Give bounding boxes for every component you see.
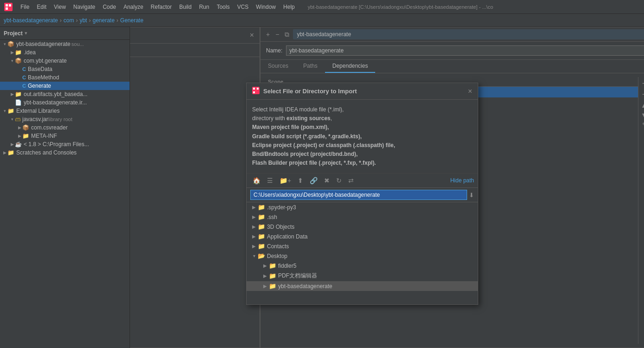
fd-description: Select Intellij IDEA module file (*.iml)… — [247, 100, 478, 174]
fd-refresh-button[interactable]: ↻ — [334, 175, 344, 186]
breadcrumb-com[interactable]: com — [64, 17, 74, 24]
fd-item-3d-objects[interactable]: ▶ 📁 3D Objects — [247, 222, 478, 232]
module-toolbar: + − ⧉ ybt-basedatagenerate — [260, 27, 644, 42]
svg-rect-1 — [6, 4, 8, 6]
tree-item-package[interactable]: ▾ 📦 com.ybt.generate — [0, 57, 130, 65]
tree-item-jdk[interactable]: ▶ ☕ < 1.8 > C:\Program Files... — [0, 140, 130, 148]
app-logo — [4, 2, 13, 12]
svg-rect-11 — [257, 88, 259, 90]
menu-analyze[interactable]: Analyze — [120, 2, 147, 12]
ps-nav: ← → — [130, 44, 260, 57]
menu-navigate[interactable]: Navigate — [70, 2, 99, 12]
ps-title: Project Structure — [130, 32, 250, 39]
svg-rect-10 — [253, 88, 255, 90]
fd-new-folder-button[interactable]: 📁+ — [277, 175, 293, 186]
menu-view[interactable]: View — [50, 2, 70, 12]
dep-down-button[interactable]: ▼ — [640, 111, 644, 121]
fd-share-button[interactable]: ⇄ — [346, 175, 356, 186]
breadcrumb-ybt[interactable]: ybt — [79, 17, 87, 24]
menu-tools[interactable]: Tools — [213, 2, 234, 12]
fd-close-button[interactable]: × — [468, 87, 472, 96]
tree-item-javacsv[interactable]: ▾ 🗃 javacsv.jar library root — [0, 115, 130, 123]
module-remove-button[interactable]: − — [273, 30, 281, 39]
menu-build[interactable]: Build — [176, 2, 195, 12]
fd-item-desktop[interactable]: ▾ 📂 Desktop — [247, 251, 478, 261]
fd-path-download-button[interactable]: ⬇ — [469, 192, 474, 199]
svg-rect-12 — [253, 91, 255, 93]
svg-rect-3 — [6, 7, 8, 10]
fd-item-ybt-basedatagenerate[interactable]: ▶ 📁 ybt-basedatagenerate — [247, 281, 478, 291]
content-area: C Generate.java × Project Structure — [130, 27, 644, 348]
breadcrumb-generate[interactable]: generate — [92, 17, 114, 24]
tree-item-root[interactable]: ▾ 📦 ybt-basedatagenerate sou... — [0, 40, 130, 48]
fd-delete-button[interactable]: ✖ — [322, 175, 332, 186]
dep-edit-button[interactable]: ✎ — [640, 122, 644, 128]
module-name-label: Name: — [266, 47, 282, 54]
menu-window[interactable]: Window — [252, 2, 280, 12]
menu-file[interactable]: File — [17, 2, 33, 12]
tree-item-idea[interactable]: ▶ 📁 .idea — [0, 48, 130, 57]
fd-logo-icon — [252, 87, 260, 96]
project-sidebar: Project ▾ ▾ 📦 ybt-basedatagenerate sou..… — [0, 27, 130, 348]
tree-item-generate[interactable]: C Generate — [0, 82, 130, 90]
fd-toolbar: 🏠 ☰ 📁+ ⬆ 🔗 ✖ ↻ ⇄ Hide path — [247, 174, 478, 188]
breadcrumb-project[interactable]: ybt-basedatagenerate — [4, 17, 58, 24]
menu-help[interactable]: Help — [280, 2, 299, 12]
tree-item-csvreader[interactable]: ▶ 📦 com.csvreader — [0, 123, 130, 132]
module-tabs: Sources Paths Dependencies — [260, 60, 644, 73]
window-title: ybt-basedatagenerate [C:\Users\xiadongxu… — [308, 4, 493, 10]
sidebar-header: Project ▾ — [0, 27, 130, 40]
menu-vcs[interactable]: VCS — [234, 2, 253, 12]
menubar: File Edit View Navigate Code Analyze Ref… — [0, 0, 644, 14]
tab-sources[interactable]: Sources — [260, 60, 296, 73]
fd-item-spyder[interactable]: ▶ 📁 .spyder-py3 — [247, 202, 478, 212]
fd-list-button[interactable]: ☰ — [265, 175, 275, 186]
module-copy-button[interactable]: ⧉ — [283, 30, 291, 39]
fd-item-contacts[interactable]: ▶ 📁 Contacts — [247, 241, 478, 251]
tree-item-metainf[interactable]: ▶ 📁 META-INF — [0, 132, 130, 140]
ps-header: Project Structure × — [130, 27, 260, 44]
fd-folder-up-button[interactable]: ⬆ — [295, 175, 306, 186]
fd-item-pdf-editor[interactable]: ▶ 📁 PDF文档编辑器 — [247, 271, 478, 281]
ps-close-button[interactable]: × — [250, 31, 254, 39]
file-selector-dialog: Select File or Directory to Import × Sel… — [246, 83, 478, 305]
menu-refactor[interactable]: Refactor — [147, 2, 176, 12]
project-structure-panel: Project Structure × ← → Project Settings… — [130, 27, 260, 348]
menu-code[interactable]: Code — [99, 2, 120, 12]
svg-rect-2 — [9, 4, 11, 6]
dep-remove-button[interactable]: − — [640, 90, 644, 99]
svg-rect-4 — [9, 7, 11, 10]
svg-rect-0 — [4, 3, 13, 11]
fd-item-application-data[interactable]: ▶ 📁 Application Data — [247, 232, 478, 241]
tab-paths[interactable]: Paths — [296, 60, 325, 73]
sidebar-title: Project — [4, 30, 23, 37]
menu-run[interactable]: Run — [195, 2, 213, 12]
breadcrumb: ybt-basedatagenerate › com › ybt › gener… — [0, 14, 644, 27]
breadcrumb-class[interactable]: Generate — [120, 17, 143, 24]
hide-path-button[interactable]: Hide path — [450, 177, 474, 184]
tree-item-artifacts[interactable]: ▶ 📁 out.artifacts.ybt_baseda... — [0, 90, 130, 98]
main-layout: Project ▾ ▾ 📦 ybt-basedatagenerate sou..… — [0, 27, 644, 348]
fd-item-ssh[interactable]: ▶ 📁 .ssh — [247, 212, 478, 222]
fd-item-fiddler5[interactable]: ▶ 📁 fiddler5 — [247, 261, 478, 271]
tab-dependencies[interactable]: Dependencies — [325, 60, 376, 73]
tree-item-external[interactable]: ▾ 📁 External Libraries — [0, 107, 130, 115]
fd-header: Select File or Directory to Import × — [247, 83, 478, 100]
module-name-input[interactable] — [286, 45, 644, 56]
fd-tree: ▶ 📁 .spyder-py3 ▶ 📁 .ssh ▶ 📁 3D Objects … — [247, 202, 478, 304]
dep-up-button[interactable]: ▲ — [640, 100, 644, 110]
tree-item-basedata[interactable]: C BaseData — [0, 65, 130, 73]
dep-add-button[interactable]: + — [640, 79, 644, 89]
fd-folder-link-button[interactable]: 🔗 — [307, 175, 320, 186]
module-add-button[interactable]: + — [264, 30, 272, 39]
fd-path-row: ⬇ — [247, 188, 478, 202]
module-name-row: Name: — [260, 42, 644, 60]
fd-home-button[interactable]: 🏠 — [250, 175, 263, 186]
tree-item-basemethod[interactable]: C BaseMethod — [0, 73, 130, 82]
fd-path-input[interactable] — [250, 190, 467, 200]
module-selected-name: ybt-basedatagenerate — [293, 29, 644, 39]
menu-edit[interactable]: Edit — [33, 2, 50, 12]
ps-content: Project Settings Project Modules Librari… — [130, 57, 260, 348]
tree-item-iml[interactable]: 📄 ybt-basedatagenerate.ir... — [0, 98, 130, 107]
tree-item-scratches[interactable]: ▶ 📁 Scratches and Consoles — [0, 148, 130, 157]
